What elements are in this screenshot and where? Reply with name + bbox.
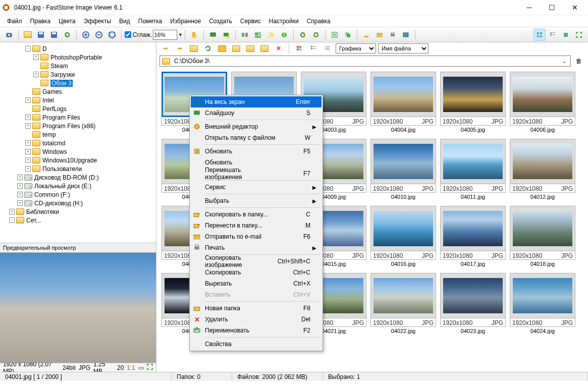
rotate-right-icon[interactable] [310,29,322,41]
tree-item[interactable]: temp [1,130,155,139]
tree-item[interactable]: Games [1,87,155,96]
tool-compare-icon[interactable] [239,29,251,41]
minimize-button[interactable]: ─ [518,1,541,15]
thumbnail[interactable]: 1920x1080JPG04010.jpg [370,139,436,203]
context-menu-item[interactable]: Скопировать в папку...C [191,209,322,220]
context-menu-item[interactable]: Свойства [191,339,322,350]
preview-fit-icon[interactable]: ▭ [138,364,144,371]
view-details-icon[interactable] [547,29,559,41]
tree-item[interactable]: -Сет... [1,216,155,225]
menu-пометка[interactable]: Пометка [134,16,167,26]
context-menu-item[interactable]: Выбрать▶ [191,195,322,206]
zoom-actual-icon[interactable]: 1:1 [106,29,118,41]
tree-item[interactable]: +Windows10Upgrade [1,156,155,164]
tree-item[interactable]: +Дисковод BD-ROM (D:) [1,173,155,182]
thumbnail[interactable]: 1920x1080JPG04004.jpg [370,72,436,136]
context-menu-item[interactable]: СлайдшоуS [191,107,322,119]
tree-item[interactable]: +Загрузки [1,70,155,79]
tree-item[interactable]: +Intel [1,96,155,104]
nav-back-icon[interactable]: ⬅ [159,42,172,54]
new-folder-icon[interactable] [230,42,242,54]
context-menu-item[interactable]: Открыть папку с файломW [191,132,322,143]
context-menu-item[interactable]: На весь экранEnter [191,96,322,107]
folder-tree[interactable]: -D+PhotoshopPortableSteam+ЗагрузкиОбои 3… [0,42,156,243]
thumbnail[interactable]: 1920x1080JPG04017.jpg [440,206,506,270]
slideshow-icon[interactable] [207,29,219,41]
context-menu-item[interactable]: Внешний редактор▶ [191,121,322,132]
menu-сервис[interactable]: Сервис [236,16,265,26]
text-icon[interactable]: T [278,29,290,41]
context-menu-item[interactable]: СкопироватьCtrl+C [191,267,322,278]
fullscreen-icon[interactable] [573,29,585,41]
thumbnail[interactable]: 1920x1080JPG04016.jpg [370,206,436,270]
menu-эффекты[interactable]: Эффекты [80,16,116,26]
thumbnail[interactable]: 1920x1080JPG04024.jpg [510,273,575,337]
smooth-checkbox[interactable]: Сглаж. [125,31,152,38]
context-menu-item[interactable]: Перемешать изображенияF7 [191,168,322,179]
slideshow-add-icon[interactable] [220,29,232,41]
resize-canvas-icon[interactable] [329,29,341,41]
sort-select[interactable]: Имя файла [378,43,429,53]
tree-item[interactable]: +CD-дисковод (H:) [1,199,155,207]
tree-item[interactable]: Steam [1,62,155,70]
thumbnail[interactable]: 1920x1080JPG04022.jpg [370,273,436,337]
nav-fwd-icon[interactable]: ➡ [174,42,186,54]
tree-item[interactable]: +Локальный диск (E:) [1,182,155,190]
menu-цвета[interactable]: Цвета [55,16,79,26]
close-button[interactable]: ✕ [563,1,586,15]
zoom-in-icon[interactable] [80,29,92,41]
delete-icon[interactable]: ✕ [273,42,285,54]
clone-image-icon[interactable] [342,29,354,41]
view-list-icon[interactable] [322,42,334,54]
context-menu-item[interactable]: ✕УдалитьDel [191,314,322,325]
thumbnail[interactable]: 1920x1080JPG04011.jpg [440,139,506,203]
maximize-button[interactable]: ☐ [541,1,563,15]
tree-item[interactable]: +Program Files (x86) [1,122,155,130]
tool-color-sb-icon[interactable]: СВ [252,29,264,41]
view-thumbnails-icon[interactable] [533,29,546,41]
view-single-icon[interactable] [560,29,572,41]
thumbnail[interactable]: 1920x1080JPG04018.jpg [510,206,575,270]
context-menu-item[interactable]: Сервис▶ [191,182,322,193]
menu-файл[interactable]: Файл [3,16,26,26]
context-menu-item[interactable]: Новая папкаF8 [191,303,322,314]
open-icon[interactable] [22,29,34,41]
tree-item[interactable]: -D [1,44,155,53]
view-thumbs2-icon[interactable] [307,42,319,54]
context-menu-item[interactable]: Отправить по e-mailF6 [191,231,322,242]
zoom-input[interactable] [153,30,177,40]
tree-item[interactable]: +Windows [1,147,155,156]
print-icon[interactable] [387,29,399,41]
tree-item[interactable]: PerfLogs [1,104,155,113]
thumbnail[interactable]: 1920x1080JPG04012.jpg [510,139,575,203]
context-menu-item[interactable]: ВырезатьCtrl+X [191,278,322,289]
address-bar[interactable]: C:\D\Обои 3\ ⌄ [159,55,571,67]
hand-tool-icon[interactable]: ✋ [188,29,200,41]
tree-item[interactable]: Обои 3 [1,79,155,87]
tree-item[interactable]: +totalcmd [1,139,155,147]
scanner-icon[interactable] [360,29,372,41]
tree-item[interactable]: +Program Files [1,113,155,122]
save-as-icon[interactable] [48,29,60,41]
menu-вид[interactable]: Вид [115,16,134,26]
rotate-left-icon[interactable] [297,29,309,41]
context-menu-item[interactable]: AПереименоватьF2 [191,325,322,336]
copy-to-folder-icon[interactable] [244,42,256,54]
thumbnail[interactable]: 1920x1080JPG04023.jpg [440,273,506,337]
thumbnail[interactable]: 1920x1080JPG04006.jpg [510,72,575,136]
trash-icon[interactable]: 🗑 [573,55,585,67]
view-grid-icon[interactable] [293,42,305,54]
nav-refresh-icon[interactable] [202,42,214,54]
menu-избранное[interactable]: Избранное [166,16,205,26]
save-icon[interactable] [35,29,47,41]
preview-full-icon[interactable] [147,364,153,371]
email-icon[interactable] [373,29,386,41]
tree-item[interactable]: +Common (F:) [1,190,155,199]
effects-icon[interactable]: ✨ [265,29,277,41]
context-menu-item[interactable]: ОбновитьF5 [191,146,322,157]
zoom-out-icon[interactable] [93,29,105,41]
menu-справка[interactable]: Справка [303,16,335,26]
nav-up-icon[interactable] [188,42,200,54]
thumbnail[interactable]: 1920x1080JPG04005.jpg [440,72,506,136]
address-history-icon[interactable]: ⌄ [560,58,568,65]
